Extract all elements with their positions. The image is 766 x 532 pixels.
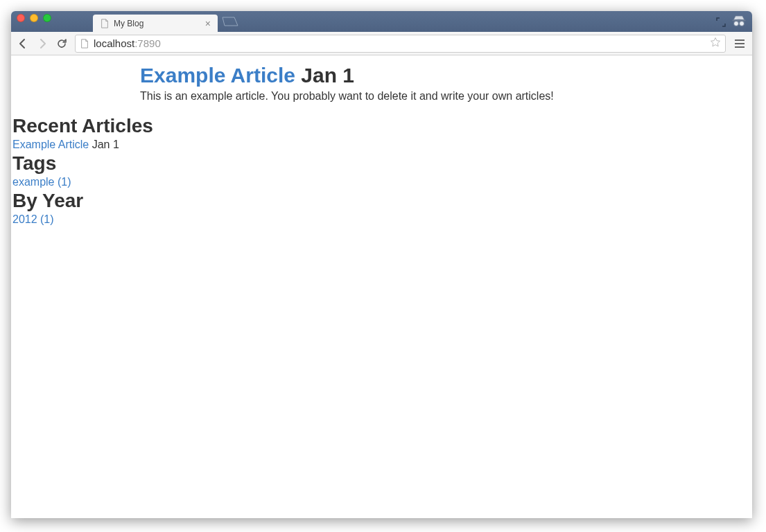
svg-point-0: [732, 19, 746, 22]
forward-button[interactable]: [36, 37, 49, 50]
incognito-icon: [731, 15, 747, 31]
menu-button[interactable]: [733, 37, 747, 51]
article-heading: Example Article Jan 1: [140, 64, 752, 87]
byyear-heading: By Year: [12, 190, 752, 212]
bookmark-star-icon[interactable]: [710, 37, 721, 51]
back-button[interactable]: [17, 37, 29, 50]
titlebar-right: [716, 15, 747, 31]
new-tab-button[interactable]: [222, 15, 238, 31]
toolbar: localhost:7890: [11, 32, 752, 55]
hamburger-icon: [735, 39, 745, 41]
url-text: localhost:7890: [94, 37, 706, 49]
minimize-window-button[interactable]: [30, 14, 38, 22]
tags-heading: Tags: [12, 152, 752, 175]
window-controls: [17, 11, 51, 32]
recent-item: Example Article Jan 1: [12, 139, 752, 151]
svg-point-1: [734, 21, 739, 26]
url-port: :7890: [134, 37, 161, 49]
zoom-window-button[interactable]: [43, 14, 51, 22]
titlebar: My Blog ×: [11, 11, 752, 32]
recent-article-link[interactable]: Example Article: [12, 139, 89, 150]
address-bar[interactable]: localhost:7890: [75, 35, 726, 53]
tag-item: example (1): [12, 176, 752, 188]
file-icon: [100, 19, 110, 28]
year-item: 2012 (1): [12, 213, 752, 226]
recent-article-date: Jan 1: [92, 139, 119, 150]
year-link[interactable]: 2012 (1): [12, 213, 54, 225]
sidebar: Recent Articles Example Article Jan 1 Ta…: [11, 115, 752, 226]
browser-window: My Blog ×: [11, 11, 752, 518]
tag-link[interactable]: example (1): [12, 176, 71, 188]
fullscreen-icon[interactable]: [716, 17, 726, 29]
article-date-text: Jan 1: [301, 64, 354, 87]
page-content: Example Article Jan 1 This is an example…: [11, 55, 752, 518]
svg-point-2: [740, 21, 745, 26]
browser-tab[interactable]: My Blog ×: [93, 15, 218, 32]
close-window-button[interactable]: [17, 14, 25, 22]
recent-heading: Recent Articles: [12, 115, 752, 137]
article: Example Article Jan 1 This is an example…: [140, 55, 752, 103]
url-host: localhost: [94, 37, 134, 49]
file-icon: [80, 39, 89, 48]
article-title-link[interactable]: Example Article: [140, 64, 295, 87]
article-body: This is an example article. You probably…: [140, 90, 752, 103]
reload-button[interactable]: [55, 37, 68, 50]
tab-title: My Blog: [114, 19, 201, 28]
close-tab-icon[interactable]: ×: [205, 19, 211, 28]
